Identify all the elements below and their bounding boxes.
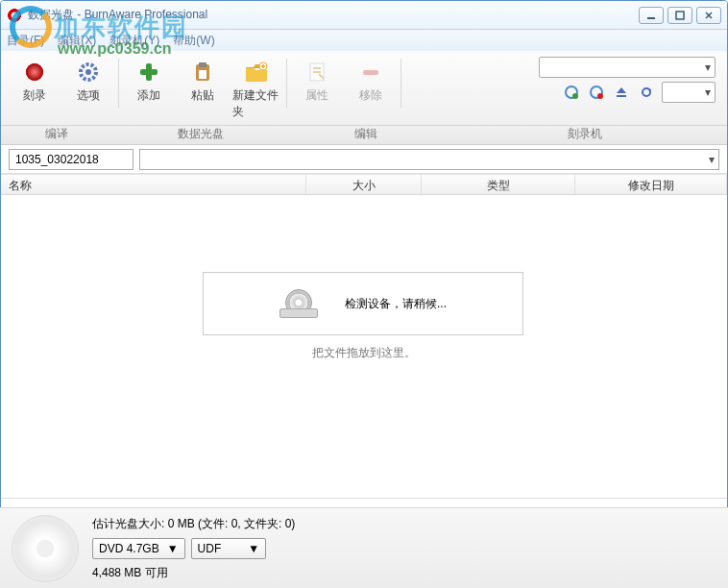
file-list-area[interactable]: 检测设备，请稍候... 把文件拖放到这里。 [1,195,727,499]
menu-help[interactable]: 帮助(W) [173,33,214,49]
svg-rect-7 [140,69,158,75]
detecting-text: 检测设备，请稍候... [345,296,447,312]
disc-info-icon[interactable] [562,83,581,102]
group-datadisc: 数据光盘 [112,126,289,144]
svg-rect-1 [676,12,684,19]
menu-recorder[interactable]: 刻录机(Y) [109,33,159,49]
menu-edit[interactable]: 编辑(X) [58,33,96,49]
dragdrop-hint: 把文件拖放到这里。 [1,345,727,361]
svg-rect-0 [647,17,655,19]
svg-rect-10 [199,70,206,79]
app-icon [7,8,22,23]
folder-icon [243,59,270,86]
disc-name-input[interactable]: 1035_03022018 [9,149,133,170]
path-row: 1035_03022018 ▾ [1,145,727,174]
col-size[interactable]: 大小 [306,175,422,194]
svg-point-15 [572,93,578,99]
menubar: 目录(F) 编辑(X) 刻录机(Y) 帮助(W) [1,30,727,51]
plus-icon [135,59,162,86]
titlebar: 数据光盘 - BurnAware Professional [1,1,727,30]
eject-icon[interactable] [612,83,631,102]
newfolder-button[interactable]: 新建文件夹 [231,57,282,125]
path-combo[interactable]: ▾ [139,149,719,170]
maximize-button[interactable] [667,7,692,24]
toolbar: 刻录 选项 添加 粘贴 新建文件夹 属性 移除 ▾ [1,51,727,126]
group-compile: 编译 [1,126,112,144]
minimize-button[interactable] [639,7,664,24]
group-edit: 编辑 [289,126,443,144]
svg-point-3 [26,63,43,81]
recorder-panel: ▾ ▾ [539,57,719,125]
menu-file[interactable]: 目录(F) [7,33,44,49]
available-text: 4,488 MB 可用 [92,565,295,581]
disc-erase-icon[interactable] [587,83,606,102]
refresh-icon[interactable] [637,83,656,102]
options-button[interactable]: 选项 [62,57,114,125]
estimate-text: 估计光盘大小: 0 MB (文件: 0, 文件夹: 0) [92,516,295,532]
burn-button[interactable]: 刻录 [9,57,61,125]
svg-point-17 [597,93,603,99]
disc-gauge-icon [12,515,79,582]
properties-icon [303,59,330,86]
col-name[interactable]: 名称 [1,175,306,194]
recorder-select[interactable]: ▾ [539,57,716,78]
minus-icon [357,59,384,86]
svg-rect-9 [199,62,206,67]
properties-button: 属性 [291,57,343,125]
burn-icon [21,59,48,86]
remove-button: 移除 [345,57,397,125]
svg-rect-13 [363,70,378,75]
detecting-box: 检测设备，请稍候... [203,272,523,335]
window-title: 数据光盘 - BurnAware Professional [28,7,639,23]
svg-rect-18 [617,95,626,97]
group-labels: 编译 数据光盘 编辑 刻录机 [1,126,727,145]
clipboard-icon [189,59,216,86]
svg-point-5 [85,69,91,75]
column-headers: 名称 大小 类型 修改日期 [1,174,727,195]
footer: 估计光盘大小: 0 MB (文件: 0, 文件夹: 0) DVD 4.7GB▼ … [0,507,728,588]
filesystem-select[interactable]: UDF▼ [191,538,267,559]
speed-select[interactable]: ▾ [662,82,716,103]
group-recorder: 刻录机 [443,126,727,144]
disc-size-select[interactable]: DVD 4.7GB▼ [92,538,185,559]
disc-drive-icon [279,289,316,318]
add-button[interactable]: 添加 [123,57,175,125]
close-button[interactable] [696,7,721,24]
col-type[interactable]: 类型 [422,175,575,194]
paste-button[interactable]: 粘贴 [177,57,229,125]
col-date[interactable]: 修改日期 [575,175,727,194]
gear-icon [75,59,102,86]
